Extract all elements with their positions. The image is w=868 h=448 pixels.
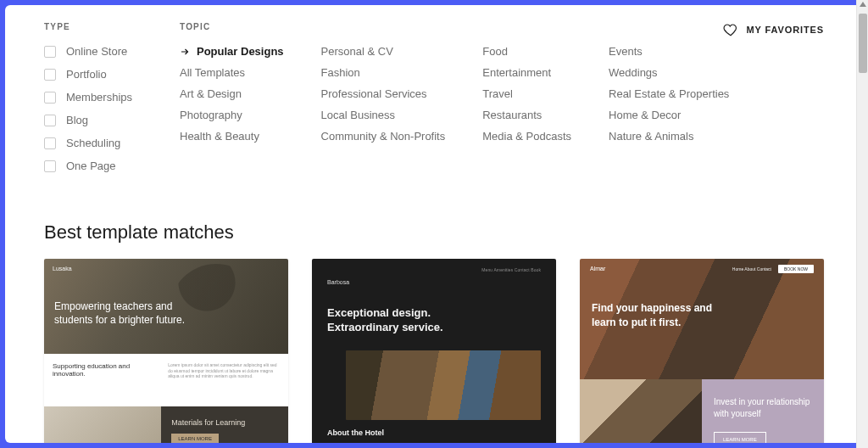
template-brand: Almar (590, 266, 605, 272)
type-label: Portfolio (66, 68, 107, 81)
template-section-title: Invest in your relationship with yoursel… (714, 396, 812, 420)
template-nav: Home About Contact (732, 266, 771, 272)
topic-local-business[interactable]: Local Business (321, 109, 446, 121)
type-memberships[interactable]: Memberships (44, 91, 180, 104)
topic-home-decor[interactable]: Home & Decor (609, 109, 729, 121)
template-hero-text: Find your happiness and learn to put it … (592, 301, 719, 330)
topic-header: TOPIC (180, 22, 729, 31)
template-section-title: Materials for Learning (171, 418, 278, 427)
type-header: TYPE (44, 22, 180, 31)
topic-health-beauty[interactable]: Health & Beauty (180, 130, 284, 143)
template-section-title: About the Hotel (312, 420, 556, 437)
book-now-button[interactable]: BOOK NOW (778, 265, 814, 273)
type-blog[interactable]: Blog (44, 114, 180, 126)
template-card-lusaka[interactable]: Lusaka Empowering teachers and students … (44, 259, 288, 443)
template-subtext: Supporting education and innovation. (44, 354, 161, 406)
type-label: Memberships (66, 91, 132, 104)
topic-nature-animals[interactable]: Nature & Animals (609, 130, 729, 143)
topic-fashion[interactable]: Fashion (321, 66, 446, 79)
section-title: Best template matches (44, 221, 824, 244)
topic-label: Popular Designs (197, 45, 284, 58)
topic-photography[interactable]: Photography (180, 109, 284, 121)
template-brand: Barbosa (327, 279, 349, 285)
template-hero-text: Exceptional design. (327, 306, 541, 321)
template-card-almar[interactable]: Almar Home About Contact BOOK NOW Find y… (580, 259, 824, 443)
checkbox-icon[interactable] (44, 115, 56, 126)
topic-professional-services[interactable]: Professional Services (321, 87, 446, 100)
checkbox-icon[interactable] (44, 160, 56, 172)
topic-art-design[interactable]: Art & Design (180, 87, 284, 100)
type-scheduling[interactable]: Scheduling (44, 137, 180, 149)
topic-community-nonprofits[interactable]: Community & Non-Profits (321, 130, 446, 143)
scrollbar[interactable] (856, 0, 868, 448)
topic-events[interactable]: Events (609, 45, 729, 58)
template-nav: Menu Amenities Contact Book (481, 267, 541, 272)
type-online-store[interactable]: Online Store (44, 45, 180, 58)
learn-more-button[interactable]: LEARN MORE (714, 432, 766, 443)
type-one-page[interactable]: One Page (44, 160, 180, 172)
arrow-right-icon (180, 47, 190, 57)
topic-media-podcasts[interactable]: Media & Podcasts (482, 130, 571, 143)
checkbox-icon[interactable] (44, 137, 56, 149)
template-image (44, 406, 161, 443)
favorites-label: MY FAVORITES (747, 25, 824, 35)
type-label: One Page (66, 160, 116, 172)
topic-personal-cv[interactable]: Personal & CV (321, 45, 446, 58)
template-image (346, 350, 541, 420)
scrollbar-thumb[interactable] (859, 14, 867, 73)
topic-entertainment[interactable]: Entertainment (482, 66, 571, 79)
scroll-up-icon[interactable] (860, 2, 866, 7)
topic-travel[interactable]: Travel (482, 87, 571, 100)
template-cards: Lusaka Empowering teachers and students … (44, 259, 824, 443)
template-hero-text: Empowering teachers and students for a b… (54, 300, 190, 327)
topic-food[interactable]: Food (482, 45, 571, 58)
checkbox-icon[interactable] (44, 46, 56, 58)
topic-restaurants[interactable]: Restaurants (482, 109, 571, 121)
template-hero-text: Extraordinary service. (327, 321, 541, 335)
topic-weddings[interactable]: Weddings (609, 66, 729, 79)
template-card-barbosa[interactable]: Barbosa Menu Amenities Contact Book Exce… (312, 259, 556, 443)
template-bodytext: Lorem ipsum dolor sit amet consectetur a… (161, 354, 288, 406)
topic-real-estate[interactable]: Real Estate & Properties (609, 87, 729, 100)
type-label: Scheduling (66, 137, 120, 149)
type-label: Online Store (66, 45, 127, 58)
heart-icon (723, 22, 738, 37)
topic-all-templates[interactable]: All Templates (180, 66, 284, 79)
topic-popular-designs[interactable]: Popular Designs (180, 45, 284, 58)
checkbox-icon[interactable] (44, 92, 56, 104)
template-brand: Lusaka (53, 266, 72, 272)
learn-more-button[interactable]: LEARN MORE (171, 434, 219, 443)
type-label: Blog (66, 114, 88, 126)
checkbox-icon[interactable] (44, 69, 56, 81)
type-portfolio[interactable]: Portfolio (44, 68, 180, 81)
my-favorites-button[interactable]: MY FAVORITES (723, 22, 824, 37)
template-image (580, 379, 702, 443)
